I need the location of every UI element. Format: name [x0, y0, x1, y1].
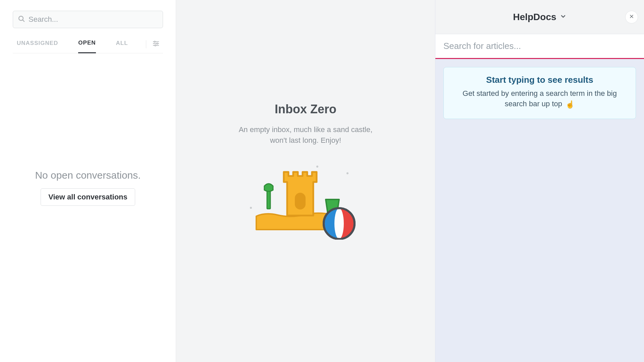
conversations-empty-state: No open conversations. View all conversa…: [0, 53, 176, 362]
svg-point-7: [155, 45, 156, 46]
sidebar-search-input[interactable]: [29, 15, 158, 24]
chevron-down-icon: [560, 13, 567, 21]
helpdocs-hint-card: Start typing to see results Get started …: [443, 67, 636, 119]
helpdocs-title: HelpDocs: [513, 12, 556, 22]
tab-all[interactable]: ALL: [116, 36, 128, 53]
inbox-title: Inbox Zero: [275, 102, 336, 116]
hint-card-body: Get started by entering a search term in…: [457, 88, 622, 110]
hint-card-title: Start typing to see results: [457, 75, 622, 85]
filter-icon[interactable]: [152, 40, 160, 49]
helpdocs-panel: HelpDocs Start typing to see results Get…: [435, 0, 644, 362]
sandcastle-illustration: [247, 163, 364, 240]
svg-point-10: [346, 172, 348, 174]
close-button[interactable]: [625, 11, 638, 23]
search-icon: [18, 15, 25, 24]
helpdocs-title-dropdown[interactable]: HelpDocs: [513, 12, 566, 22]
svg-point-3: [154, 41, 156, 43]
conversation-tabs: UNASSIGNED OPEN ALL: [13, 36, 163, 53]
conversations-sidebar: UNASSIGNED OPEN ALL No open conversation…: [0, 0, 176, 362]
inbox-subtitle: An empty inbox, much like a sand castle,…: [239, 124, 373, 146]
svg-point-14: [334, 208, 344, 239]
tab-unassigned[interactable]: UNASSIGNED: [17, 36, 58, 53]
svg-point-5: [157, 43, 158, 44]
helpdocs-header: HelpDocs: [435, 0, 644, 34]
helpdocs-search-input[interactable]: [443, 41, 636, 51]
inbox-main: Inbox Zero An empty inbox, much like a s…: [176, 0, 435, 362]
tab-open[interactable]: OPEN: [78, 36, 96, 53]
svg-point-8: [250, 207, 252, 209]
point-up-icon: ☝️: [566, 100, 575, 110]
svg-line-1: [23, 20, 24, 22]
view-all-button[interactable]: View all conversations: [41, 188, 135, 206]
svg-rect-12: [295, 193, 306, 209]
helpdocs-search[interactable]: [435, 34, 644, 59]
svg-point-9: [316, 166, 318, 168]
close-icon: [629, 13, 634, 20]
empty-state-text: No open conversations.: [35, 170, 141, 181]
divider: [146, 40, 146, 48]
sidebar-search[interactable]: [13, 11, 163, 28]
